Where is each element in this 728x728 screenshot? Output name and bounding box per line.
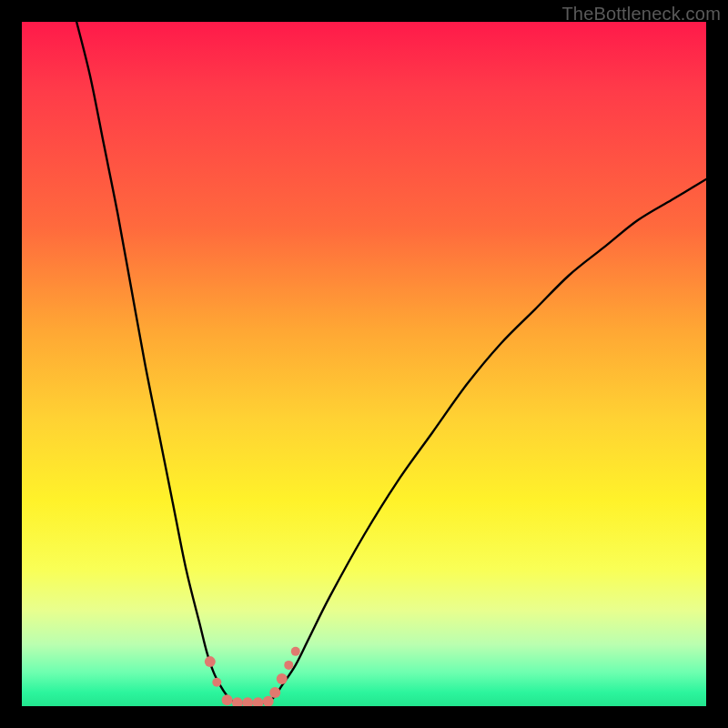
left-curve	[76, 22, 234, 703]
right-curve	[268, 179, 706, 703]
watermark-text: TheBottleneck.com	[561, 4, 721, 25]
chart-svg	[22, 22, 706, 706]
data-marker	[242, 697, 253, 706]
data-marker	[277, 673, 288, 684]
chart-frame	[22, 22, 706, 706]
data-marker	[232, 697, 243, 706]
data-marker	[252, 697, 263, 706]
data-marker	[284, 661, 293, 670]
data-marker	[222, 694, 233, 705]
data-marker	[263, 696, 274, 706]
data-marker	[269, 687, 280, 698]
data-marker	[212, 678, 221, 687]
data-marker	[205, 656, 216, 667]
marker-group	[205, 647, 300, 706]
data-marker	[291, 647, 300, 656]
